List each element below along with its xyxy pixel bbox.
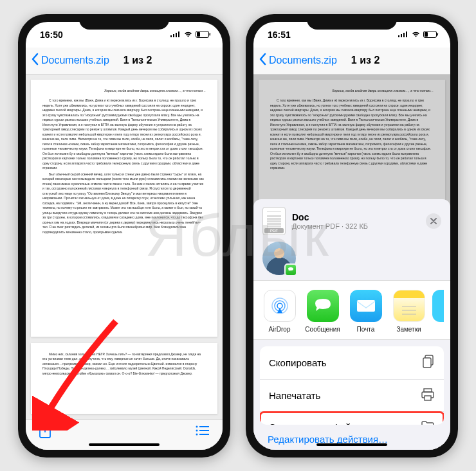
svg-rect-3 [178, 31, 179, 37]
battery-icon [423, 31, 439, 39]
svg-rect-2 [176, 33, 177, 37]
notch [307, 14, 397, 30]
action-label: Скопировать [269, 357, 327, 368]
svg-rect-14 [398, 35, 399, 37]
svg-rect-19 [425, 32, 428, 37]
document-page-2: Мимо них, склонив голову, шел НЕГР. Хоче… [31, 343, 217, 414]
svg-rect-13 [199, 434, 209, 435]
svg-rect-1 [173, 34, 174, 37]
action-save-to-files[interactable]: Сохранить в «Файлы» [260, 412, 444, 425]
cellular-signal-icon [170, 31, 181, 38]
svg-rect-5 [197, 32, 200, 37]
status-time: 16:51 [268, 30, 291, 40]
svg-rect-29 [423, 358, 431, 368]
doc-paragraph: Был обычный сырой осенний вечер, шли тол… [42, 172, 206, 235]
svg-rect-9 [199, 426, 209, 427]
svg-rect-32 [425, 396, 431, 400]
share-apps-row: AirDrop Сообщения Почта [253, 280, 450, 340]
share-app-messages[interactable]: Сообщения [303, 290, 342, 333]
messages-badge-icon [284, 263, 297, 276]
share-doc-meta: Документ PDF · 322 КБ [292, 222, 368, 230]
phone-right: 16:51 Documents.zip 1 из 2 Хорошо, когда… [246, 14, 458, 458]
svg-rect-6 [210, 33, 211, 35]
svg-rect-11 [199, 430, 209, 431]
close-icon[interactable] [426, 213, 441, 229]
share-app-notes[interactable]: Заметки [389, 290, 428, 333]
airdrop-icon [264, 290, 296, 322]
svg-point-12 [196, 434, 198, 436]
document-page-1: Хорошо, когда входная дверь оснащена гла… [31, 80, 217, 337]
nav-bar: Documents.zip 1 из 2 [26, 48, 223, 75]
notes-icon [393, 290, 425, 322]
more-apps-icon [432, 290, 444, 322]
nav-title: 1 из 2 [124, 55, 152, 66]
share-app-mail[interactable]: Почта [346, 290, 385, 333]
doc-epigraph: Хорошо, когда входная дверь оснащена гла… [42, 89, 206, 94]
svg-rect-0 [170, 35, 172, 37]
home-indicator[interactable] [89, 443, 160, 446]
svg-rect-15 [401, 34, 402, 37]
share-actions-list: Скопировать Напечатать Сохранить в «Файл… [260, 346, 444, 425]
document-viewport[interactable]: Хорошо, когда входная дверь оснащена гла… [26, 75, 223, 419]
doc-paragraph: Мимо них, склонив голову, шел НЕГР. Хоче… [42, 352, 206, 377]
svg-rect-30 [424, 389, 432, 392]
suggested-contacts-row [253, 242, 450, 280]
back-label[interactable]: Documents.zip [41, 55, 109, 66]
svg-point-21 [277, 303, 282, 308]
svg-rect-24 [357, 300, 375, 312]
svg-point-8 [196, 426, 198, 428]
share-app-label: Заметки [389, 326, 428, 333]
nav-bar: Documents.zip 1 из 2 [253, 48, 450, 75]
action-copy[interactable]: Скопировать [260, 346, 444, 380]
share-app-airdrop[interactable]: AirDrop [260, 290, 299, 333]
notch [79, 14, 169, 30]
cellular-signal-icon [398, 31, 408, 38]
share-sheet: PDF Doc Документ PDF · 322 КБ [253, 199, 450, 450]
share-app-label: Сообщения [303, 326, 342, 333]
svg-point-10 [196, 430, 198, 432]
action-label: Напечатать [269, 390, 320, 401]
suggested-contact[interactable] [262, 242, 296, 275]
mail-icon [350, 290, 382, 322]
share-icon[interactable] [39, 422, 51, 441]
share-app-more[interactable] [432, 290, 444, 333]
status-time: 16:50 [40, 30, 63, 40]
list-icon[interactable] [196, 425, 210, 439]
phone-left: 16:50 Documents.zip 1 из 2 Хорошо, когда… [18, 14, 230, 458]
wifi-icon [411, 31, 421, 38]
share-app-label: Почта [346, 326, 385, 333]
copy-icon [422, 355, 435, 371]
share-sheet-header: PDF Doc Документ PDF · 322 КБ [253, 199, 450, 242]
back-label[interactable]: Documents.zip [269, 55, 337, 66]
edit-actions-link[interactable]: Редактировать действия… [253, 425, 450, 450]
back-chevron-icon[interactable] [31, 53, 39, 68]
share-doc-name: Doc [292, 212, 368, 222]
share-app-label: AirDrop [260, 326, 299, 333]
print-icon [421, 388, 435, 403]
svg-rect-17 [406, 31, 407, 37]
nav-title: 1 из 2 [351, 55, 380, 66]
wifi-icon [183, 31, 193, 38]
svg-rect-16 [403, 33, 405, 37]
document-thumbnail: PDF [262, 207, 286, 235]
action-print[interactable]: Напечатать [260, 380, 444, 412]
pdf-badge: PDF [264, 228, 284, 233]
back-chevron-icon[interactable] [259, 53, 266, 68]
battery-icon [196, 31, 211, 39]
doc-paragraph: С того времени, как мы (Ваня, Дима и я) … [42, 98, 206, 171]
messages-icon [307, 290, 339, 322]
folder-icon [421, 420, 435, 425]
svg-rect-20 [437, 33, 439, 35]
home-indicator[interactable] [316, 443, 387, 446]
